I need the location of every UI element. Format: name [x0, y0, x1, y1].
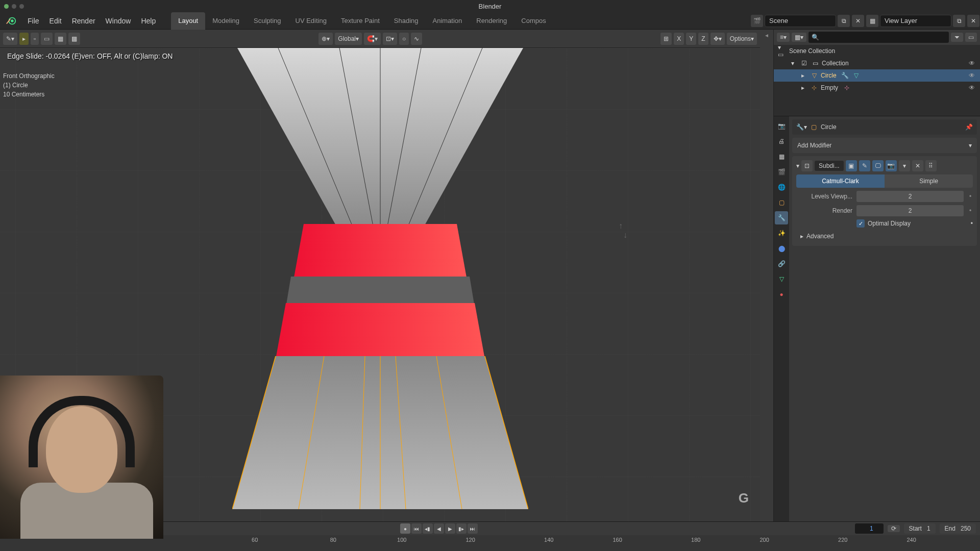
- checkbox-icon[interactable]: ☑: [799, 59, 808, 68]
- axis-x[interactable]: X: [674, 33, 684, 45]
- chevron-down-icon[interactable]: ▾: [788, 59, 797, 68]
- mode-select[interactable]: ✎▾: [3, 33, 17, 45]
- select-mode-x-icon[interactable]: ▩: [68, 33, 80, 45]
- visibility-icon[interactable]: 👁: [969, 60, 975, 67]
- tab-layout[interactable]: Layout: [171, 12, 205, 30]
- editor-type-icon[interactable]: 🔧▾: [796, 123, 807, 131]
- tab-uv[interactable]: UV Editing: [288, 12, 334, 30]
- max-dot[interactable]: [19, 4, 24, 9]
- preview-range-icon[interactable]: ⟳: [888, 525, 900, 532]
- modifier-drag-icon[interactable]: ⠿: [925, 160, 937, 171]
- subdiv-simple[interactable]: Simple: [885, 174, 973, 188]
- levels-viewport-input[interactable]: 2: [856, 191, 964, 202]
- viewlayer-new-icon[interactable]: ⧉: [953, 15, 965, 27]
- collapse-icon[interactable]: ◂: [765, 32, 768, 39]
- min-dot[interactable]: [12, 4, 16, 9]
- tab-texture[interactable]: Texture Paint: [334, 12, 387, 30]
- outliner-display-icon[interactable]: ▦▾: [792, 33, 806, 42]
- levels-render-input[interactable]: 2: [856, 205, 964, 216]
- show-render-icon[interactable]: 📷: [886, 160, 897, 171]
- visibility-icon[interactable]: 👁: [969, 84, 975, 91]
- snap-icon[interactable]: 🧲▾: [364, 33, 381, 45]
- subdiv-catmull[interactable]: Catmull-Clark: [796, 174, 885, 188]
- modifier-name-input[interactable]: Subdi...: [815, 161, 844, 171]
- orientation-select[interactable]: Global ▾: [335, 33, 362, 45]
- scene-browse-icon[interactable]: 🎬: [751, 15, 763, 27]
- outliner-collection[interactable]: ▾ ☑ ▭ Collection 👁: [774, 57, 980, 69]
- chevron-down-icon[interactable]: ▾: [796, 162, 799, 169]
- keyframe-next-icon[interactable]: ▮▸: [456, 523, 467, 534]
- tab-viewlayer-icon[interactable]: ▦: [775, 150, 788, 163]
- outliner-mode-icon[interactable]: ≡▾: [777, 33, 790, 42]
- animate-icon[interactable]: •: [971, 220, 973, 227]
- viewlayer-delete-icon[interactable]: ✕: [967, 15, 979, 27]
- gizmo-icon[interactable]: ✥▾: [710, 33, 725, 45]
- empty-data-icon[interactable]: ⊹: [842, 83, 851, 92]
- tab-object-icon[interactable]: ▢: [775, 196, 788, 209]
- scene-new-icon[interactable]: ⧉: [838, 15, 850, 27]
- scene-delete-icon[interactable]: ✕: [852, 15, 864, 27]
- close-dot[interactable]: [4, 4, 9, 9]
- proportional-falloff-icon[interactable]: ∿: [411, 33, 422, 45]
- menu-render[interactable]: Render: [67, 17, 101, 25]
- tab-modeling[interactable]: Modeling: [205, 12, 247, 30]
- viewlayer-browse-icon[interactable]: ▦: [866, 15, 878, 27]
- options-dropdown[interactable]: Options ▾: [727, 33, 757, 45]
- tab-sculpting[interactable]: Sculpting: [247, 12, 288, 30]
- tab-physics-icon[interactable]: ⬤: [775, 242, 788, 255]
- menu-window[interactable]: Window: [101, 17, 136, 25]
- outliner-item-circle[interactable]: ▸ ▽ Circle 🔧 ▽ 👁: [774, 69, 980, 82]
- checkbox-icon[interactable]: ✓: [856, 219, 865, 228]
- advanced-toggle[interactable]: ▸ Advanced: [796, 231, 973, 242]
- pin-icon[interactable]: 📌: [965, 123, 973, 131]
- axis-z[interactable]: Z: [698, 33, 708, 45]
- menu-edit[interactable]: Edit: [44, 17, 67, 25]
- cursor-tool-icon[interactable]: ▸: [19, 33, 29, 45]
- window-controls[interactable]: [0, 4, 24, 9]
- tab-world-icon[interactable]: 🌐: [775, 181, 788, 194]
- jump-start-icon[interactable]: ⏮: [411, 523, 422, 534]
- subdiv-type-toggle[interactable]: Catmull-Clark Simple: [796, 174, 973, 188]
- pivot-icon[interactable]: ⊕▾: [318, 33, 333, 45]
- animate-icon[interactable]: •: [968, 193, 973, 200]
- chevron-right-icon[interactable]: ▸: [798, 83, 807, 92]
- outliner-item-empty[interactable]: ▸ ⊹ Empty ⊹ 👁: [774, 82, 980, 94]
- axis-y[interactable]: Y: [686, 33, 696, 45]
- tab-shading[interactable]: Shading: [387, 12, 426, 30]
- tab-constraints-icon[interactable]: 🔗: [775, 257, 788, 270]
- frame-end[interactable]: End250: [940, 523, 976, 534]
- show-on-cage-icon[interactable]: ▣: [846, 160, 857, 171]
- modifier-delete-icon[interactable]: ✕: [912, 160, 923, 171]
- select-mode-edge-icon[interactable]: ▭: [41, 33, 53, 45]
- tab-modifiers-icon[interactable]: 🔧: [775, 211, 788, 224]
- proportional-icon[interactable]: ○: [399, 33, 409, 45]
- animate-icon[interactable]: •: [968, 207, 973, 214]
- autokey-icon[interactable]: ●: [400, 523, 410, 534]
- tab-mesh-icon[interactable]: ▽: [775, 272, 788, 286]
- tab-render-icon[interactable]: 📷: [775, 119, 788, 133]
- show-viewport-icon[interactable]: 🖵: [872, 160, 884, 171]
- select-mode-vert-icon[interactable]: ▫: [31, 33, 39, 45]
- chevron-right-icon[interactable]: ▸: [798, 71, 807, 80]
- outliner-scene-collection[interactable]: ▾ ▭ Scene Collection: [774, 45, 980, 57]
- show-editmode-icon[interactable]: ✎: [859, 160, 870, 171]
- tab-scene-icon[interactable]: 🎬: [775, 165, 788, 179]
- modifier-extras-icon[interactable]: ▾: [899, 160, 910, 171]
- optimal-display-check[interactable]: ✓ Optimal Display •: [796, 219, 973, 228]
- select-mode-face-icon[interactable]: ▦: [55, 33, 66, 45]
- current-frame-input[interactable]: 1: [855, 523, 884, 534]
- tab-animation[interactable]: Animation: [426, 12, 470, 30]
- tab-rendering[interactable]: Rendering: [469, 12, 514, 30]
- play-icon[interactable]: ▶: [445, 523, 455, 534]
- mesh-data-icon[interactable]: ▽: [852, 71, 861, 80]
- keyframe-prev-icon[interactable]: ◂▮: [423, 523, 433, 534]
- viewlayer-name-input[interactable]: View Layer: [880, 15, 951, 27]
- outliner-search[interactable]: 🔍: [808, 32, 949, 43]
- outliner-tree[interactable]: ▾ ▭ Scene Collection ▾ ☑ ▭ Collection 👁 …: [774, 45, 980, 116]
- visibility-icon[interactable]: 👁: [969, 72, 975, 79]
- tab-compositing[interactable]: Compos: [514, 12, 553, 30]
- frame-start[interactable]: Start1: [904, 523, 936, 534]
- modifier-wrench-icon[interactable]: 🔧: [841, 71, 850, 80]
- menu-help[interactable]: Help: [136, 17, 161, 25]
- snap-target-icon[interactable]: ⊡▾: [383, 33, 397, 45]
